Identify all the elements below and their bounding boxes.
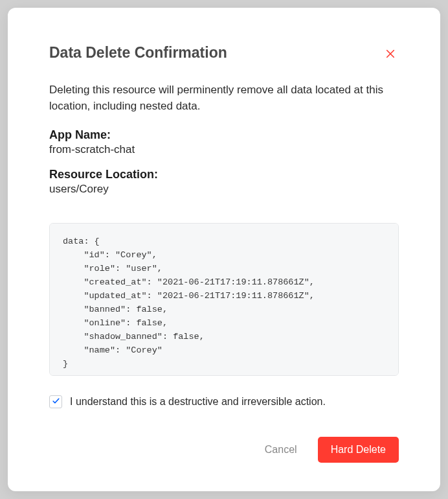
app-name-group: App Name: from-scratch-chat [49,128,399,156]
hard-delete-button[interactable]: Hard Delete [318,437,399,463]
modal-title: Data Delete Confirmation [49,44,227,62]
resource-location-value: users/Corey [49,183,399,196]
modal-actions: Cancel Hard Delete [49,437,399,463]
modal-header: Data Delete Confirmation [49,44,399,64]
app-name-label: App Name: [49,128,399,142]
data-preview-code: data: { "id": "Corey", "role": "user", "… [49,223,399,376]
confirm-checkbox[interactable] [49,395,62,408]
check-icon [52,396,60,408]
app-name-value: from-scratch-chat [49,143,399,156]
modal-description: Deleting this resource will perminently … [49,82,399,114]
close-button[interactable] [382,45,399,64]
modal-backdrop: Data Delete Confirmation Deleting this r… [0,0,448,499]
cancel-button[interactable]: Cancel [260,437,302,462]
close-icon [385,48,396,62]
confirm-text: I understand this is a destructive and i… [70,396,326,408]
confirm-row: I understand this is a destructive and i… [49,395,399,408]
resource-location-group: Resource Location: users/Corey [49,168,399,196]
resource-location-label: Resource Location: [49,168,399,181]
delete-confirmation-modal: Data Delete Confirmation Deleting this r… [8,8,440,491]
